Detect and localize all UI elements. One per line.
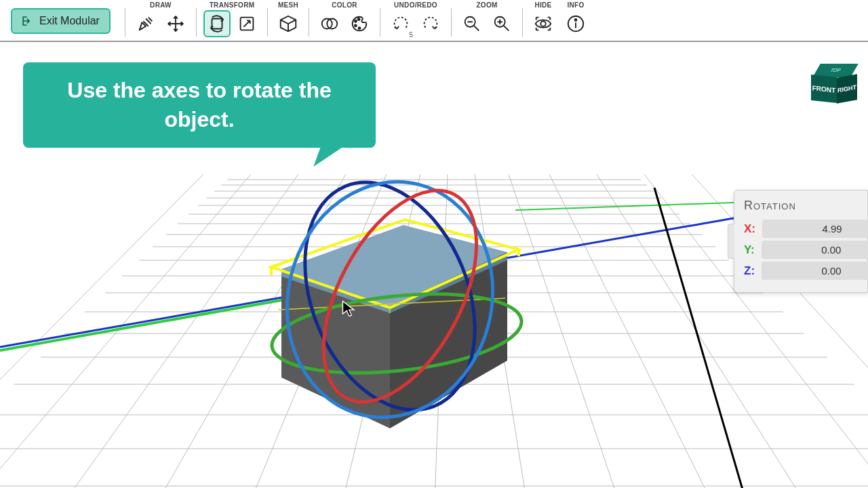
palette-tool[interactable] <box>346 10 373 37</box>
svg-point-7 <box>358 18 360 20</box>
zoom-out-icon <box>462 14 482 34</box>
toolbar: Exit Modular DRAW TRANSFORM <box>0 0 868 42</box>
pencil-icon <box>136 14 156 34</box>
group-label-draw: DRAW <box>150 1 172 9</box>
rotate-icon <box>207 14 227 34</box>
svg-line-22 <box>549 174 719 488</box>
divider <box>196 8 197 37</box>
rotation-y-row: Y: <box>744 241 858 259</box>
svg-point-10 <box>540 21 546 26</box>
undo-count: 5 <box>409 31 413 39</box>
group-color: COLOR <box>313 0 376 38</box>
pencil-tool[interactable] <box>132 10 159 37</box>
hint-tooltip: Use the axes to rotate the object. <box>23 62 376 148</box>
divider <box>451 8 452 37</box>
redo-button[interactable] <box>417 10 444 37</box>
divider <box>380 8 380 37</box>
svg-line-21 <box>509 174 624 488</box>
svg-rect-0 <box>212 19 222 29</box>
rotate-tool[interactable] <box>203 10 231 37</box>
svg-point-5 <box>355 24 357 26</box>
panel-collapse-handle[interactable] <box>728 224 734 259</box>
info-button[interactable] <box>562 10 589 37</box>
hide-button[interactable] <box>530 10 557 37</box>
group-zoom: ZOOM <box>456 0 518 38</box>
group-label-color: COLOR <box>332 1 357 9</box>
divider <box>309 8 309 37</box>
svg-line-14 <box>0 174 251 488</box>
group-info: INFO <box>559 0 592 38</box>
group-label-mesh: MESH <box>278 1 298 9</box>
viewport-3d[interactable]: Use the axes to rotate the object. TOP F… <box>0 42 868 488</box>
undo-icon <box>391 14 411 34</box>
group-label-info: INFO <box>567 1 584 9</box>
orient-front[interactable]: FRONT <box>811 75 837 103</box>
circles-icon <box>319 14 340 34</box>
move-icon <box>165 14 186 34</box>
scale-icon <box>237 14 257 34</box>
axis-x-label: X: <box>744 222 755 236</box>
exit-modular-button[interactable]: Exit Modular <box>11 8 111 34</box>
divider <box>125 8 125 37</box>
group-hide: HIDE <box>527 0 559 38</box>
zoom-out-button[interactable] <box>458 10 486 37</box>
axis-y-label: Y: <box>744 243 755 257</box>
svg-point-6 <box>359 27 361 29</box>
zoom-in-icon <box>492 14 512 34</box>
info-icon <box>566 14 586 34</box>
svg-point-12 <box>575 19 577 21</box>
panel-title: Rotation <box>744 199 858 213</box>
rotation-z-input[interactable] <box>762 262 868 280</box>
group-undo-redo: UNDO/REDO 5 <box>384 0 447 38</box>
zoom-in-button[interactable] <box>488 10 515 37</box>
orientation-cube[interactable]: TOP FRONT RIGHT <box>811 64 860 104</box>
group-mesh: MESH <box>272 0 304 38</box>
redo-icon <box>420 14 441 34</box>
mesh-tool[interactable] <box>275 10 302 37</box>
rotation-y-input[interactable] <box>762 241 868 259</box>
move-tool[interactable] <box>162 10 189 37</box>
group-draw: DRAW <box>130 0 192 38</box>
axis-z-label: Z: <box>744 264 755 278</box>
material-tool[interactable] <box>316 10 343 37</box>
divider <box>267 8 268 37</box>
exit-label: Exit Modular <box>39 15 100 27</box>
group-transform: TRANSFORM <box>201 0 263 38</box>
exit-icon <box>22 15 34 27</box>
tooltip-text: Use the axes to rotate the object. <box>67 78 331 131</box>
rotation-panel: Rotation X: Y: Z: <box>734 190 868 293</box>
scale-tool[interactable] <box>233 10 260 37</box>
group-label-hide: HIDE <box>534 1 551 9</box>
axis-y-line-near <box>0 300 285 350</box>
divider <box>522 8 523 37</box>
group-label-transform: TRANSFORM <box>210 1 255 9</box>
group-label-zoom: ZOOM <box>476 1 497 9</box>
orient-right[interactable]: RIGHT <box>837 74 857 103</box>
rotation-z-row: Z: <box>744 262 858 280</box>
rotation-x-input[interactable] <box>762 220 868 238</box>
eye-icon <box>533 14 553 34</box>
group-label-undo: UNDO/REDO <box>394 1 437 9</box>
rotation-x-row: X: <box>744 220 858 238</box>
undo-button[interactable]: 5 <box>387 10 414 37</box>
cube-icon <box>278 14 298 34</box>
svg-point-4 <box>355 20 357 22</box>
cursor-icon <box>340 300 359 319</box>
cube-object[interactable] <box>271 220 519 428</box>
palette-icon <box>349 14 370 34</box>
